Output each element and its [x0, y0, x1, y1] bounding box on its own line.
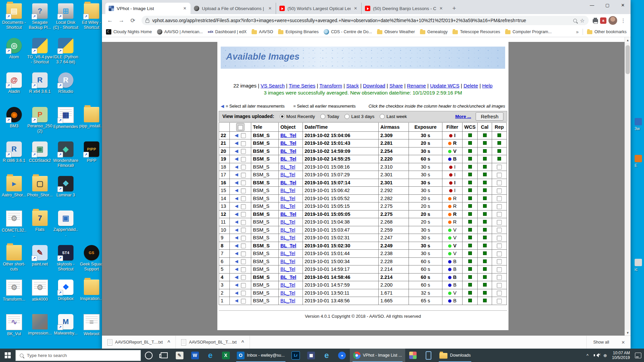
object-link[interactable]: BL_Tel — [280, 235, 295, 240]
row-checkbox[interactable] — [241, 259, 246, 264]
row-checkbox[interactable] — [241, 149, 246, 154]
desktop-icon-ccdstack2[interactable]: ▣↗CCDStack2 — [27, 141, 53, 163]
object-link[interactable]: BL_Tel — [280, 133, 296, 138]
object-link[interactable]: BL_Tel — [280, 164, 295, 170]
cortana-button[interactable] — [141, 349, 156, 362]
desktop-icon-flats[interactable]: 7Flats — [27, 210, 53, 232]
select-later-icon[interactable]: ◀ — [235, 212, 238, 217]
download-item[interactable]: AAVSOReport_BL_T....txt^ — [102, 336, 176, 349]
tab-2[interactable]: Upload a File of Observations | a✕ — [191, 3, 276, 14]
desktop-icon-transform-[interactable]: ⚙Transform... — [1, 280, 27, 302]
menu-link-vs-search[interactable]: VS Search — [261, 83, 285, 88]
outlook-button[interactable]: O Inbox - ewiley@su... — [233, 349, 288, 362]
select-later-icon[interactable]: ◀ — [235, 188, 238, 193]
desktop-icon-bm3[interactable]: ◉↗BM3 — [1, 107, 27, 129]
object-link[interactable]: BL_Tel — [280, 203, 295, 209]
object-link[interactable]: BL_Tel — [280, 148, 296, 154]
rep-checkbox[interactable] — [497, 275, 502, 280]
desktop-icon-rstudio[interactable]: R↗RStudio — [53, 72, 78, 94]
desktop-icon-zappervalid-[interactable]: ▣ZapperValid... — [53, 210, 78, 237]
object-link[interactable]: BL_Tel — [280, 196, 295, 201]
object-link[interactable]: BL_Tel — [280, 298, 295, 303]
desktop-icon-aladin[interactable]: @↗Aladin — [1, 72, 27, 94]
back-icon[interactable]: ← — [105, 16, 115, 25]
select-later-icon[interactable]: ◀ — [235, 203, 238, 208]
downloads-explorer-button[interactable]: Downloads — [436, 349, 474, 362]
rep-checkbox[interactable] — [497, 291, 502, 296]
browser-menu-icon[interactable]: ⋮ — [619, 17, 627, 24]
row-checkbox[interactable] — [241, 157, 246, 162]
select-later-icon[interactable]: ◀ — [235, 290, 238, 295]
maximize-button[interactable]: ▢ — [600, 0, 615, 10]
menu-link-download[interactable]: Download — [363, 83, 385, 88]
rep-checkbox[interactable] — [497, 188, 502, 193]
select-later-icon[interactable]: ◀ — [235, 164, 238, 169]
select-later-icon[interactable]: ◀ — [235, 235, 238, 240]
select-later-icon[interactable]: ◀ — [235, 196, 238, 201]
radio-today[interactable] — [320, 114, 325, 119]
rep-checkbox[interactable] — [497, 204, 502, 209]
radio-last-week[interactable] — [380, 114, 385, 119]
menu-link-update-wcs[interactable]: Update WCS — [430, 83, 460, 88]
check-all-button[interactable] — [236, 123, 245, 131]
row-checkbox[interactable] — [241, 180, 246, 185]
desktop-icon-idle-python-3-7-64-bit-[interactable]: ↗IDLE (Python 3.7 64-bit) — [53, 38, 78, 65]
rep-checkbox[interactable] — [497, 165, 502, 170]
desktop-icon-malwareby-[interactable]: M↗Malwareby... — [53, 314, 78, 336]
select-later-icon[interactable]: ◀ — [235, 282, 238, 287]
network-icon[interactable]: ⊕ — [603, 353, 607, 358]
volume-muted-icon[interactable]: ✕ — [594, 353, 598, 357]
rep-checkbox[interactable] — [497, 251, 502, 256]
rep-checkbox[interactable] — [497, 243, 502, 248]
desktop-icon-tg-v6-4-pyw-shortcut[interactable]: ↗TG_V6.4.pyw - Shortcut — [27, 38, 53, 65]
desktop-icon-aatro-shor-[interactable]: ▸Aatro_Shor... — [1, 176, 27, 198]
rep-checkbox[interactable] — [497, 267, 502, 272]
row-checkbox[interactable] — [241, 251, 246, 256]
scroll-up-icon[interactable]: ▲ — [625, 37, 631, 43]
printer-icon[interactable] — [593, 19, 598, 23]
desktop-icon-luminar-3[interactable]: ❖↗Luminar 3 — [53, 176, 78, 198]
desktop-icon-inspiration-[interactable]: Inspiration... — [79, 280, 104, 301]
bookmark-observ-weather[interactable]: Observ Weather — [377, 29, 415, 34]
action-center-icon[interactable] — [635, 353, 641, 358]
desktop-icon-other-short-cuts[interactable]: Other short-cuts — [1, 245, 27, 272]
tab-close-icon[interactable]: ✕ — [182, 6, 187, 11]
desktop-icon-impression-[interactable]: impression... — [27, 314, 53, 336]
zoom-icon[interactable] — [573, 19, 577, 22]
tab-close-icon[interactable]: ✕ — [439, 6, 443, 11]
object-link[interactable]: BL_Tel — [280, 259, 295, 264]
rep-checkbox[interactable] — [497, 259, 502, 264]
page-scrollbar[interactable]: ▲ ▼ — [625, 37, 631, 336]
radio-last-3-days[interactable] — [344, 114, 350, 119]
row-checkbox[interactable] — [241, 291, 246, 296]
rep-checkbox[interactable] — [497, 283, 502, 288]
menu-link-share[interactable]: Share — [389, 83, 403, 88]
download-caret-icon[interactable]: ^ — [241, 340, 244, 345]
calculator-button[interactable]: ▦ — [304, 349, 319, 362]
photos-button[interactable] — [405, 349, 421, 362]
object-link[interactable]: BL_Tel — [280, 251, 295, 256]
select-later-icon[interactable]: ◀ — [235, 243, 238, 248]
row-checkbox[interactable] — [241, 212, 246, 217]
rep-checkbox[interactable] — [497, 180, 502, 185]
object-link[interactable]: BL_Tel — [280, 266, 295, 272]
select-later-icon[interactable]: ◀ — [235, 219, 238, 224]
row-checkbox[interactable] — [241, 228, 246, 233]
row-checkbox[interactable] — [241, 173, 246, 178]
radio-most-recently[interactable] — [280, 114, 285, 119]
scroll-down-icon[interactable]: ▼ — [625, 330, 631, 336]
url-text[interactable]: vphot.aavso.org/app/restricted/Files5.as… — [152, 18, 570, 23]
menu-link-help[interactable]: Help — [482, 83, 493, 88]
desktop-icon-atik4000[interactable]: ⚙atik4000 — [27, 280, 53, 302]
object-link[interactable]: BL_Tel — [280, 219, 295, 225]
tab-close-icon[interactable]: ✕ — [268, 6, 272, 11]
rep-checkbox[interactable] — [497, 196, 502, 201]
new-tab-button[interactable]: + — [449, 4, 459, 13]
rep-checkbox[interactable] — [497, 173, 502, 178]
tab-4[interactable]: (50) Deering Banjo Lessons - Cla✕ — [361, 3, 447, 14]
refresh-button[interactable]: Refresh — [476, 112, 503, 121]
desktop-icon-ed-wiley-shortcut[interactable]: ↗Ed Wiley - Shortcut — [79, 3, 104, 30]
desktop-icon-r-x64-3-6-1[interactable]: R↗R x64 3.6.1 — [27, 72, 53, 94]
tab-3[interactable]: (50) World's Largest Optical Lens✕ — [276, 3, 361, 14]
rep-checkbox[interactable] — [497, 212, 502, 217]
